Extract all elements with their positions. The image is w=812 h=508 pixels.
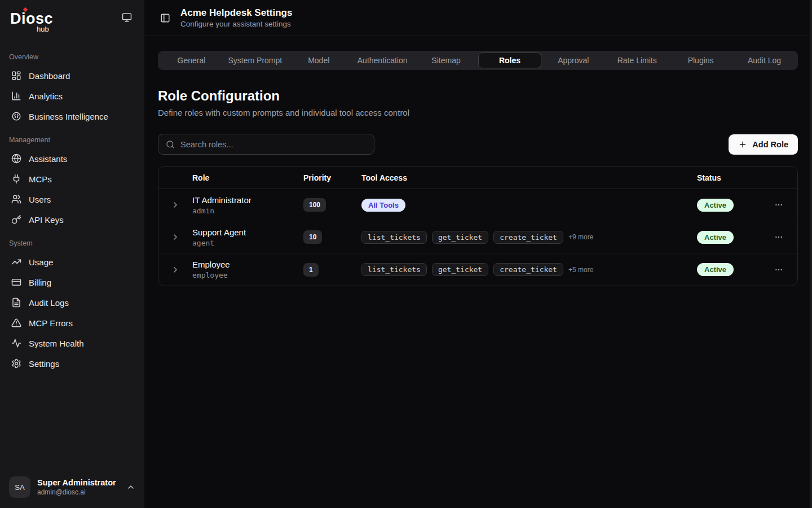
- tool-badge: create_ticket: [493, 231, 563, 244]
- expand-row-button[interactable]: [169, 198, 182, 212]
- sidebar-item-analytics[interactable]: Analytics: [7, 86, 138, 106]
- sidebar-item-system-health[interactable]: System Health: [7, 334, 138, 353]
- topbar: Acme Helpdesk Settings Configure your as…: [144, 0, 812, 36]
- tab-rate-limits[interactable]: Rate Limits: [605, 52, 669, 68]
- sidebar: Diosc hub Overview Dashboard: [0, 0, 144, 508]
- tool-badge: get_ticket: [432, 231, 488, 244]
- chevron-right-icon: [171, 200, 180, 209]
- tab-sitemap[interactable]: Sitemap: [414, 52, 478, 68]
- sidebar-item-label: Assistants: [29, 154, 67, 164]
- status-cell: Active: [697, 231, 760, 244]
- users-icon: [11, 194, 21, 204]
- roles-table: Role Priority Tool Access Status: [158, 166, 798, 286]
- tab-audit-log[interactable]: Audit Log: [732, 52, 796, 68]
- sidebar-item-usage[interactable]: Usage: [7, 252, 138, 271]
- table-row-support-agent: Support Agent agent 10 list_tickets get_…: [158, 221, 797, 253]
- tool-access-cell: list_tickets get_ticket create_ticket +9…: [361, 231, 697, 244]
- priority-badge: 1: [303, 263, 319, 277]
- section-title-overview: Overview: [7, 44, 138, 66]
- tab-plugins[interactable]: Plugins: [669, 52, 732, 68]
- user-meta: Super Administrator admin@diosc.ai: [37, 478, 120, 496]
- sidebar-header: Diosc hub: [0, 0, 144, 41]
- display-mode-button[interactable]: [120, 10, 134, 25]
- user-menu[interactable]: SA Super Administrator admin@diosc.ai: [0, 467, 144, 508]
- tab-approval[interactable]: Approval: [541, 52, 605, 68]
- sidebar-item-assistants[interactable]: Assistants: [7, 149, 138, 168]
- dashboard-grid-icon: [11, 71, 21, 81]
- globe-icon: [11, 154, 21, 164]
- column-header-priority: Priority: [303, 173, 361, 182]
- expand-row-button[interactable]: [169, 263, 182, 277]
- roles-table-header: Role Priority Tool Access Status: [158, 167, 797, 189]
- sidebar-item-billing[interactable]: Billing: [7, 273, 138, 292]
- bar-chart-icon: [11, 91, 21, 101]
- chevron-right-icon: [171, 233, 180, 242]
- sidebar-item-dashboard[interactable]: Dashboard: [7, 66, 138, 85]
- sidebar-item-mcps[interactable]: MCPs: [7, 169, 138, 189]
- sidebar-item-settings[interactable]: Settings: [7, 354, 138, 373]
- status-cell: Active: [697, 263, 760, 276]
- tool-access-cell: All Tools: [361, 199, 697, 212]
- sidebar-toggle-button[interactable]: [158, 11, 173, 25]
- row-menu-button[interactable]: [772, 198, 785, 212]
- tab-model[interactable]: Model: [287, 52, 351, 68]
- topbar-titles: Acme Helpdesk Settings Configure your as…: [180, 7, 292, 28]
- tab-authentication[interactable]: Authentication: [351, 52, 414, 68]
- status-badge: Active: [697, 199, 734, 212]
- settings-tabs: General System Prompt Model Authenticati…: [158, 51, 798, 70]
- sidebar-item-api-keys[interactable]: API Keys: [7, 210, 138, 229]
- column-header-role: Role: [192, 173, 303, 182]
- sidebar-item-label: Users: [29, 195, 51, 204]
- section-title-management: Management: [7, 127, 138, 149]
- tab-system-prompt[interactable]: System Prompt: [223, 52, 287, 68]
- sidebar-item-label: Settings: [29, 359, 59, 369]
- plug-icon: [11, 174, 21, 184]
- ellipsis-icon: [774, 265, 783, 274]
- panel-left-icon: [160, 13, 170, 23]
- scrollbar[interactable]: [810, 0, 812, 508]
- credit-card-icon: [11, 277, 21, 287]
- sidebar-item-users[interactable]: Users: [7, 190, 138, 209]
- row-menu-button[interactable]: [772, 230, 785, 244]
- chevron-up-icon: [126, 483, 135, 492]
- add-role-button[interactable]: Add Role: [729, 134, 798, 155]
- status-cell: Active: [697, 199, 760, 212]
- priority-cell: 100: [303, 198, 361, 212]
- role-cell: IT Administrator admin: [192, 195, 303, 215]
- trending-up-icon: [11, 257, 21, 267]
- tool-badge: create_ticket: [493, 263, 563, 276]
- role-cell: Support Agent agent: [192, 227, 303, 247]
- sidebar-item-mcp-errors[interactable]: MCP Errors: [7, 313, 138, 332]
- role-name: IT Administrator: [192, 195, 303, 205]
- tab-roles[interactable]: Roles: [478, 52, 542, 68]
- priority-badge: 100: [303, 198, 326, 212]
- role-slug: employee: [192, 271, 303, 279]
- table-row-employee: Employee employee 1 list_tickets get_tic…: [158, 253, 797, 286]
- search-icon: [166, 140, 175, 149]
- logo[interactable]: Diosc hub: [10, 10, 53, 37]
- sidebar-item-label: Billing: [29, 278, 51, 287]
- priority-cell: 10: [303, 230, 361, 244]
- priority-badge: 10: [303, 230, 322, 244]
- page-header-subtitle: Configure your assistant settings: [180, 20, 292, 28]
- sidebar-item-label: System Health: [29, 339, 84, 348]
- main-area: Acme Helpdesk Settings Configure your as…: [144, 0, 812, 508]
- chevron-right-icon: [171, 265, 180, 274]
- search-box[interactable]: [158, 134, 374, 155]
- sidebar-item-label: Audit Logs: [29, 298, 69, 308]
- priority-cell: 1: [303, 263, 361, 277]
- column-header-status: Status: [697, 173, 760, 182]
- avatar: SA: [9, 476, 30, 498]
- tab-general[interactable]: General: [160, 52, 223, 68]
- column-header-tool-access: Tool Access: [361, 173, 697, 182]
- search-roles-input[interactable]: [180, 140, 367, 149]
- role-name: Support Agent: [192, 227, 303, 237]
- app-root: Diosc hub Overview Dashboard: [0, 0, 812, 508]
- tool-access-cell: list_tickets get_ticket create_ticket +5…: [361, 263, 697, 276]
- brain-icon: [11, 111, 21, 121]
- monitor-icon: [122, 12, 132, 23]
- row-menu-button[interactable]: [772, 263, 785, 277]
- sidebar-item-audit-logs[interactable]: Audit Logs: [7, 293, 138, 312]
- sidebar-item-business-intelligence[interactable]: Business Intelligence: [7, 107, 138, 126]
- expand-row-button[interactable]: [169, 230, 182, 244]
